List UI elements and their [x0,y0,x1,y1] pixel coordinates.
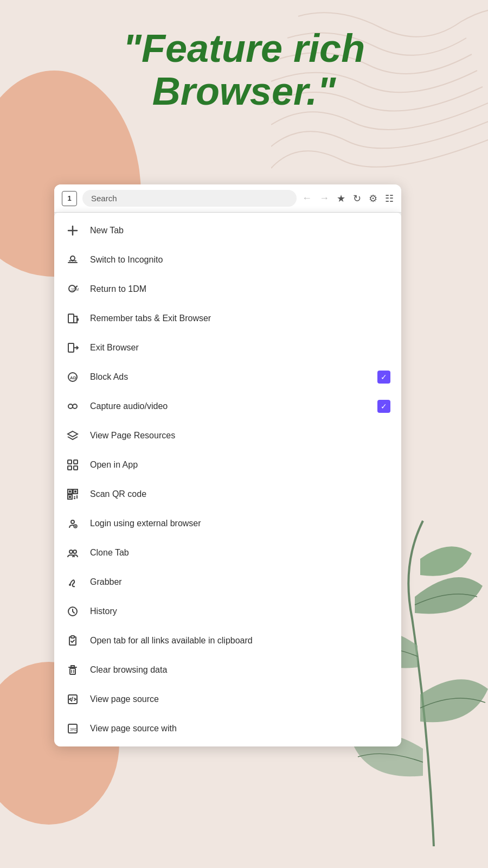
new-tab-icon [65,223,80,238]
svg-rect-18 [68,460,72,464]
menu-item-view-source[interactable]: View page source [54,685,401,714]
menu-item-clear-data[interactable]: Clear browsing data [54,655,401,685]
svg-point-15 [68,404,73,409]
dropdown-menu: New TabSwitch to Incognito1DMReturn to 1… [54,213,401,746]
clone-tab-icon [65,545,80,560]
svg-text:3RD: 3RD [70,727,78,731]
svg-rect-9 [68,314,74,323]
view-source-with-icon: 3RD [65,721,80,736]
svg-rect-21 [74,466,78,470]
block-ads-label: Block Ads [90,372,368,382]
exit-browser-label: Exit Browser [90,343,390,353]
header-section: "Feature rich Browser." [0,27,488,113]
svg-line-45 [72,697,73,701]
svg-point-35 [69,550,73,553]
grabber-label: Grabber [90,577,390,587]
svg-point-2 [70,256,75,260]
back-icon[interactable]: ← [302,193,312,204]
settings-icon[interactable]: ⚙ [369,193,377,205]
history-label: History [90,607,390,616]
forward-icon[interactable]: → [319,193,329,204]
svg-text:AD: AD [70,375,76,380]
open-in-app-icon [65,457,80,473]
svg-rect-3 [69,260,76,261]
menu-item-open-clipboard[interactable]: Open tab for all links available in clip… [54,626,401,655]
switch-incognito-icon [65,252,80,267]
svg-rect-23 [69,490,71,493]
browser-mockup: 1 Search ← → ★ ↻ ⚙ ☷ New TabSwitch to In… [54,184,401,746]
menu-item-switch-incognito[interactable]: Switch to Incognito [54,245,401,275]
svg-rect-19 [74,460,78,464]
menu-item-return-1dm[interactable]: 1DMReturn to 1DM [54,275,401,304]
open-clipboard-icon [65,633,80,648]
view-page-resources-label: View Page Resources [90,431,390,441]
remember-tabs-exit-label: Remember tabs & Exit Browser [90,314,390,323]
menu-item-new-tab[interactable]: New Tab [54,216,401,245]
svg-point-36 [73,550,76,553]
svg-rect-4 [68,262,78,263]
menu-item-open-in-app[interactable]: Open in App [54,450,401,480]
capture-av-label: Capture audio/video [90,401,368,411]
clear-data-label: Clear browsing data [90,665,390,675]
return-1dm-icon: 1DM [65,282,80,297]
svg-point-16 [73,404,77,409]
menu-item-view-page-resources[interactable]: View Page Resources [54,421,401,450]
return-1dm-label: Return to 1DM [90,284,390,294]
menu-item-login-external[interactable]: Login using external browser [54,509,401,538]
login-external-icon [65,516,80,531]
block-ads-checkbox[interactable]: ✓ [377,371,390,384]
svg-point-33 [71,520,74,524]
menu-item-clone-tab[interactable]: Clone Tab [54,538,401,567]
history-icon [65,604,80,619]
remember-tabs-exit-icon [65,311,80,326]
capture-av-icon [65,399,80,414]
new-tab-label: New Tab [90,226,390,235]
refresh-icon[interactable]: ↻ [353,193,361,205]
menu-item-history[interactable]: History [54,597,401,626]
svg-marker-17 [68,431,78,437]
open-clipboard-label: Open tab for all links available in clip… [90,636,390,646]
header-title: "Feature rich Browser." [0,27,488,113]
svg-text:1DM: 1DM [71,288,79,291]
view-page-resources-icon [65,428,80,443]
clear-data-icon [65,662,80,678]
menu-item-capture-av[interactable]: Capture audio/video✓ [54,392,401,421]
menu-icon[interactable]: ☷ [385,193,394,205]
bookmark-icon[interactable]: ★ [337,193,345,205]
scan-qr-label: Scan QR code [90,489,390,499]
menu-item-grabber[interactable]: Grabber [54,567,401,597]
menu-item-remember-tabs-exit[interactable]: Remember tabs & Exit Browser [54,304,401,333]
tab-count-badge: 1 [62,191,77,206]
view-source-label: View page source [90,694,390,704]
svg-rect-6 [73,261,75,262]
nav-icons: ← → ★ ↻ ⚙ ☷ [302,193,394,205]
svg-rect-20 [68,466,72,470]
block-ads-icon: AD [65,369,80,385]
svg-rect-41 [70,668,75,674]
switch-incognito-label: Switch to Incognito [90,255,390,265]
svg-rect-40 [71,636,74,638]
svg-rect-11 [68,343,74,352]
svg-rect-25 [74,490,76,493]
menu-item-exit-browser[interactable]: Exit Browser [54,333,401,362]
view-source-with-label: View page source with [90,724,390,733]
scan-qr-icon [65,487,80,502]
browser-address-bar: 1 Search ← → ★ ↻ ⚙ ☷ [54,184,401,213]
clone-tab-label: Clone Tab [90,548,390,558]
menu-item-block-ads[interactable]: ADBlock Ads✓ [54,362,401,392]
grabber-icon [65,575,80,590]
svg-point-37 [69,584,71,586]
capture-av-checkbox[interactable]: ✓ [377,400,390,413]
open-in-app-label: Open in App [90,460,390,470]
exit-browser-icon [65,340,80,355]
menu-item-view-source-with[interactable]: 3RDView page source with [54,714,401,743]
menu-item-scan-qr[interactable]: Scan QR code [54,480,401,509]
search-bar[interactable]: Search [82,190,297,207]
svg-rect-5 [70,261,72,262]
login-external-label: Login using external browser [90,519,390,528]
view-source-icon [65,692,80,707]
svg-rect-27 [69,496,71,498]
